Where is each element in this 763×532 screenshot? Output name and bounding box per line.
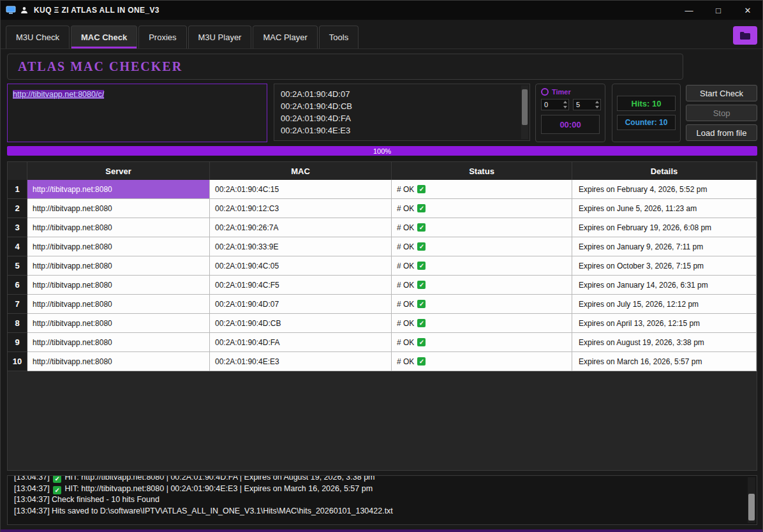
minimize-button[interactable]: — xyxy=(674,1,704,20)
row-number: 10 xyxy=(8,352,27,371)
timer-seconds-value: 5 xyxy=(576,101,580,108)
server-cell[interactable]: http://tibitvapp.net:8080 xyxy=(27,180,210,199)
spinner-arrows-icon[interactable] xyxy=(562,100,568,109)
details-cell[interactable]: Expires on October 3, 2026, 7:15 pm xyxy=(572,256,757,276)
counter-count: Counter: 10 xyxy=(617,115,676,130)
status-cell[interactable]: # OK✓ xyxy=(392,180,572,199)
status-cell[interactable]: # OK✓ xyxy=(392,276,572,295)
tab-m3u-check[interactable]: M3U Check xyxy=(6,26,70,48)
server-cell[interactable]: http://tibitvapp.net:8080 xyxy=(27,256,210,276)
status-cell[interactable]: # OK✓ xyxy=(392,314,572,333)
row-number: 1 xyxy=(8,180,27,199)
server-cell[interactable]: http://tibitvapp.net:8080 xyxy=(27,352,210,371)
mac-cell[interactable]: 00:2A:01:90:4C:F5 xyxy=(210,276,392,295)
details-cell[interactable]: Expires on February 19, 2026, 6:08 pm xyxy=(572,218,757,237)
tab-tools[interactable]: Tools xyxy=(319,26,359,48)
check-icon: ✓ xyxy=(53,475,61,483)
window-title: KUQ Ξ ZI ATLAS ALL IN ONE_V3 xyxy=(34,6,159,15)
mac-list[interactable]: 00:2A:01:90:4D:0700:2A:01:90:4D:CB00:2A:… xyxy=(274,84,530,141)
table-row[interactable]: 1http://tibitvapp.net:808000:2A:01:90:4C… xyxy=(8,180,757,199)
mac-list-item[interactable]: 00:2A:01:90:4E:E3 xyxy=(281,124,530,137)
status-cell[interactable]: # OK✓ xyxy=(392,218,572,237)
action-buttons: Start Check Stop Load from file xyxy=(686,85,757,141)
load-from-file-button[interactable]: Load from file xyxy=(686,124,757,141)
mac-cell[interactable]: 00:2A:01:90:4D:07 xyxy=(210,295,392,314)
tab-mac-check[interactable]: MAC Check xyxy=(71,26,137,48)
tab-proxies[interactable]: Proxies xyxy=(138,26,186,48)
table-row[interactable]: 3http://tibitvapp.net:808000:2A:01:90:26… xyxy=(8,218,757,237)
log-line: [13:04:37] Hits saved to D:\software\IPT… xyxy=(14,506,750,517)
table-row[interactable]: 6http://tibitvapp.net:808000:2A:01:90:4C… xyxy=(8,276,757,295)
details-cell[interactable]: Expires on January 14, 2026, 6:31 pm xyxy=(572,276,757,295)
mac-list-scrollbar[interactable] xyxy=(521,85,528,139)
tab-mac-player[interactable]: MAC Player xyxy=(253,26,317,48)
table-row[interactable]: 4http://tibitvapp.net:808000:2A:01:90:33… xyxy=(8,237,757,256)
log-scrollbar-thumb[interactable] xyxy=(748,494,755,521)
mac-cell[interactable]: 00:2A:01:90:4C:05 xyxy=(210,256,392,276)
details-cell[interactable]: Expires on June 5, 2026, 11:23 am xyxy=(572,199,757,218)
status-cell[interactable]: # OK✓ xyxy=(392,237,572,256)
timer-label: Timer xyxy=(552,88,571,96)
server-cell[interactable]: http://tibitvapp.net:8080 xyxy=(27,333,210,352)
log-scrollbar[interactable] xyxy=(748,477,755,523)
start-check-button[interactable]: Start Check xyxy=(686,85,757,101)
mac-list-item[interactable]: 00:2A:01:90:4D:07 xyxy=(281,88,530,100)
server-cell[interactable]: http://tibitvapp.net:8080 xyxy=(27,276,210,295)
row-number: 9 xyxy=(8,333,27,352)
stop-button[interactable]: Stop xyxy=(686,105,757,121)
server-cell[interactable]: http://tibitvapp.net:8080 xyxy=(27,199,210,218)
timer-seconds-spinner[interactable]: 5 xyxy=(573,99,601,110)
header-status: Status xyxy=(392,162,572,180)
server-cell[interactable]: http://tibitvapp.net:8080 xyxy=(27,314,210,333)
table-row[interactable]: 7http://tibitvapp.net:808000:2A:01:90:4D… xyxy=(8,295,757,314)
close-button[interactable]: ✕ xyxy=(733,1,762,20)
tab-m3u-player[interactable]: M3U Player xyxy=(188,26,252,48)
status-cell[interactable]: # OK✓ xyxy=(392,256,572,276)
details-cell[interactable]: Expires on July 15, 2026, 12:12 pm xyxy=(572,295,757,314)
timer-radio[interactable] xyxy=(541,88,549,96)
details-cell[interactable]: Expires on April 13, 2026, 12:15 pm xyxy=(572,314,757,333)
details-cell[interactable]: Expires on January 9, 2026, 7:11 pm xyxy=(572,237,757,256)
status-cell[interactable]: # OK✓ xyxy=(392,352,572,371)
details-cell[interactable]: Expires on February 4, 2026, 5:52 pm xyxy=(572,180,757,199)
mac-list-item[interactable]: 00:2A:01:90:4D:FA xyxy=(281,112,530,124)
details-cell[interactable]: Expires on August 19, 2026, 3:38 pm xyxy=(572,333,757,352)
mac-cell[interactable]: 00:2A:01:90:12:C3 xyxy=(210,199,392,218)
mac-cell[interactable]: 00:2A:01:90:4E:E3 xyxy=(210,352,392,371)
page-title: ATLAS MAC CHECKER xyxy=(18,59,182,74)
table-row[interactable]: 10http://tibitvapp.net:808000:2A:01:90:4… xyxy=(8,352,757,371)
status-cell[interactable]: # OK✓ xyxy=(392,295,572,314)
table-row[interactable]: 5http://tibitvapp.net:808000:2A:01:90:4C… xyxy=(8,256,757,276)
row-number: 3 xyxy=(8,218,27,237)
status-cell[interactable]: # OK✓ xyxy=(392,199,572,218)
table-row[interactable]: 2http://tibitvapp.net:808000:2A:01:90:12… xyxy=(8,199,757,218)
details-cell[interactable]: Expires on March 16, 2026, 5:57 pm xyxy=(572,352,757,371)
header-server: Server xyxy=(27,162,210,180)
portal-url-input[interactable]: http://tibitvapp.net:8080/c/ xyxy=(7,84,267,142)
server-cell[interactable]: http://tibitvapp.net:8080 xyxy=(27,218,210,237)
maximize-button[interactable]: □ xyxy=(704,1,733,20)
open-folder-button[interactable] xyxy=(733,26,757,45)
check-icon: ✓ xyxy=(417,281,426,289)
mac-cell[interactable]: 00:2A:01:90:4D:FA xyxy=(210,333,392,352)
spinner-arrows-icon[interactable] xyxy=(594,100,600,109)
mac-list-scrollbar-thumb[interactable] xyxy=(522,89,528,125)
timer-minutes-spinner[interactable]: 0 xyxy=(541,99,569,110)
mac-list-item[interactable]: 00:2A:01:90:4D:CB xyxy=(281,100,530,112)
table-row[interactable]: 8http://tibitvapp.net:808000:2A:01:90:4D… xyxy=(8,314,757,333)
status-cell[interactable]: # OK✓ xyxy=(392,333,572,352)
check-icon: ✓ xyxy=(417,300,426,308)
mac-cell[interactable]: 00:2A:01:90:4C:15 xyxy=(210,180,392,199)
server-cell[interactable]: http://tibitvapp.net:8080 xyxy=(27,295,210,314)
timer-display: 00:00 xyxy=(541,115,600,134)
title-bar: KUQ Ξ ZI ATLAS ALL IN ONE_V3 — □ ✕ xyxy=(1,1,762,20)
mac-cell[interactable]: 00:2A:01:90:33:9E xyxy=(210,237,392,256)
table-row[interactable]: 9http://tibitvapp.net:808000:2A:01:90:4D… xyxy=(8,333,757,352)
mac-cell[interactable]: 00:2A:01:90:4D:CB xyxy=(210,314,392,333)
hits-group: Hits: 10 Counter: 10 xyxy=(612,84,681,142)
mac-cell[interactable]: 00:2A:01:90:26:7A xyxy=(210,218,392,237)
log-panel[interactable]: [13:04:37] ✓ HIT: http://tibitvapp.net:8… xyxy=(7,475,757,525)
check-icon: ✓ xyxy=(417,338,426,346)
server-cell[interactable]: http://tibitvapp.net:8080 xyxy=(27,237,210,256)
portal-url-value[interactable]: http://tibitvapp.net:8080/c/ xyxy=(13,90,104,99)
